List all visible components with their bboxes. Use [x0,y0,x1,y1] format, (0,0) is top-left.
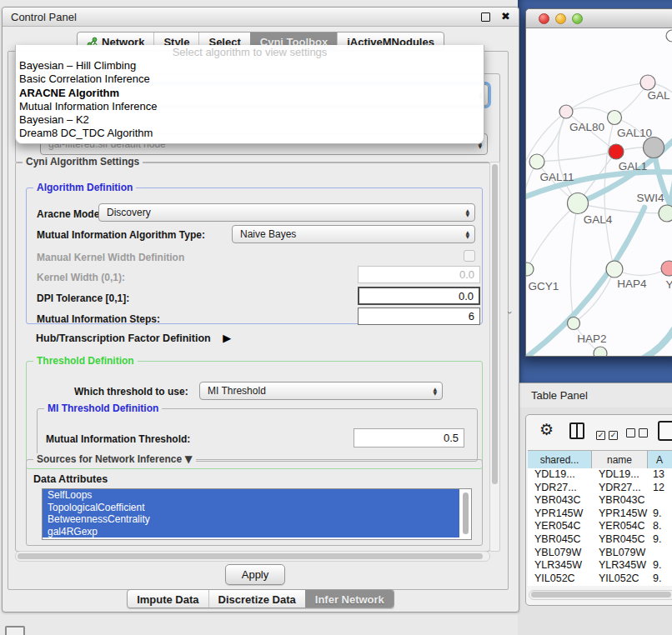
network-node-gray[interactable] [644,138,664,158]
mi-steps-label: Mutual Information Steps: [37,313,160,325]
table-row[interactable]: YBR043CYBR043C [528,494,672,508]
table-row[interactable]: YIL052CYIL052C9. [528,572,672,586]
network-node-gal11[interactable] [529,154,544,169]
attribute-item-betweennesscentrality[interactable]: BetweennessCentrality [43,513,459,526]
network-node-top_partial[interactable] [666,30,672,42]
network-canvas[interactable]: GALGAL80GAL10GAL1GAL11GAL4SWI4GCY1HAP4YH… [526,28,672,356]
minimize-traffic-light[interactable] [555,13,566,24]
network-node-y[interactable] [661,261,672,276]
node-label-hap4: HAP4 [617,278,647,290]
dpi-tolerance-field[interactable]: 0.0 [358,287,480,305]
hub-definition-toggle[interactable]: Hub/Transcription Factor Definition ▶ [36,330,231,345]
network-edge[interactable] [570,203,578,323]
attribute-item-selfloops[interactable]: SelfLoops [43,489,459,502]
cell: YBR045C [599,533,645,545]
column-header-shared[interactable]: shared... [528,451,592,468]
column-header-name[interactable]: name [592,451,648,468]
network-node-hap2[interactable] [568,318,580,330]
network-node-gal10[interactable] [608,111,622,125]
export-table-icon[interactable] [658,421,672,441]
close-icon[interactable]: ✖ [501,10,510,22]
mi-algorithm-type-value: Naive Bayes [240,228,296,240]
attributes-list-scrollbar[interactable] [463,492,469,534]
hub-definition-label: Hub/Transcription Factor Definition [36,332,211,344]
cell: YDL19... [599,468,639,480]
cell: YBR043C [534,494,581,506]
network-edge[interactable] [604,118,614,269]
table-row[interactable]: YDL19...YDL19...13 [528,468,672,482]
table-settings-gear-icon[interactable]: ⚙ [539,420,554,438]
attribute-item-gal4rgexp[interactable]: gal4RGexp [43,526,459,538]
data-attributes-list[interactable]: SelfLoopsTopologicalCoefficientBetweenne… [42,488,472,540]
apply-button[interactable]: Apply [225,564,285,585]
algorithm-option-dream8-dc-tdc-algorithm[interactable]: Dream8 DC_TDC Algorithm [16,127,484,140]
algorithm-option-basic-correlation-inference[interactable]: Basic Correlation Inference [16,72,484,86]
network-edge[interactable] [574,269,614,323]
network-node-gal4[interactable] [568,193,589,214]
table-panel-title: Table Panel [531,389,588,402]
kernel-width-field[interactable]: 0.0 [358,266,480,283]
aracne-mode-combo[interactable]: Discovery ▲▼ [98,203,475,222]
algorithm-option-bayesian-k2[interactable]: Bayesian – K2 [16,113,484,127]
table-row[interactable]: YBL079WYBL079W [528,547,672,560]
table-row[interactable]: YDR27...YDR27...12 [528,482,672,495]
network-edge[interactable] [566,82,648,112]
network-node-swi4[interactable] [659,205,672,222]
column-selector-icon[interactable] [569,422,584,439]
tab-label: Infer Network [315,593,384,606]
tab-discretize-data[interactable]: Discretize Data [208,590,305,608]
mi-algorithm-type-combo[interactable]: Naive Bayes ▲▼ [232,225,475,243]
control-panel-titlebar[interactable]: Control Panel ✖ [3,8,519,27]
network-node-gcy1[interactable] [526,262,534,276]
network-edge[interactable] [578,203,667,213]
network-edge[interactable] [527,203,578,269]
network-node-gal1[interactable] [609,144,624,159]
table-row[interactable]: YER054CYER054C8. [528,520,672,533]
network-node-gal80[interactable] [559,105,573,118]
cell: 9. [653,533,661,545]
cell: 12 [653,482,664,493]
tab-infer-network[interactable]: Infer Network [305,590,394,608]
algorithm-option-aracne-algorithm[interactable]: ARACNE Algorithm [16,87,484,100]
cell: YER054C [534,520,581,532]
table-horizontal-scrollbar[interactable] [529,590,672,600]
algorithm-option-bayesian-hill-climbing[interactable]: Bayesian – Hill Climbing [16,59,484,72]
table-row[interactable]: YBR045CYBR045C9. [528,533,672,547]
network-window-titlebar[interactable] [526,9,672,28]
node-label-y: Y [665,278,672,291]
attribute-item-topologicalcoefficient[interactable]: TopologicalCoefficient [43,502,459,514]
algorithm-option-mutual-information-inference[interactable]: Mutual Information Inference [16,100,484,113]
algorithm-dropdown-popup: Select algorithm to view settings Bayesi… [15,45,484,144]
mi-threshold-field[interactable]: 0.5 [354,428,464,448]
network-edge[interactable] [537,152,616,162]
network-edge[interactable] [631,319,672,356]
settings-horizontal-scrollbar[interactable] [15,551,490,562]
splitter-handle[interactable]: › [505,311,515,314]
column-header-a[interactable]: A [648,451,672,468]
cell: YPR145W [534,508,583,519]
mi-steps-field[interactable]: 6 [358,308,480,325]
table-row[interactable]: YLR345WYLR345W9. [528,559,672,572]
network-node-bottom[interactable] [594,347,607,356]
algorithm-definition-group: Algorithm Definition Aracne Mode: Discov… [26,188,483,324]
expand-right-arrow-icon[interactable]: ▶ [223,332,231,344]
collapse-down-arrow-icon[interactable]: ▼ [184,453,192,465]
cell: 8. [653,520,661,532]
select-all-checkboxes-icon[interactable]: ✓✓ [596,426,618,441]
settings-vertical-scrollbar[interactable] [489,162,500,552]
table-row[interactable]: YPR145WYPR145W9. [528,508,672,521]
deselect-all-checkboxes-icon[interactable] [626,426,648,441]
manual-kernel-width-checkbox[interactable] [464,250,475,262]
cell: YIL052C [599,572,639,584]
algorithm-popup-list: Bayesian – Hill ClimbingBasic Correlatio… [16,59,484,141]
tab-impute-data[interactable]: Impute Data [128,590,208,608]
network-node-hap4[interactable] [606,261,623,278]
mi-threshold-label: Mutual Information Threshold: [46,433,190,445]
zoom-traffic-light[interactable] [572,13,583,24]
float-window-icon[interactable] [481,12,490,22]
cell: 13 [653,468,664,480]
which-threshold-combo[interactable]: MI Threshold ▲▼ [199,382,443,400]
minimized-panel-icon[interactable] [5,626,25,635]
close-traffic-light[interactable] [539,13,549,24]
network-node-gal[interactable] [640,75,655,90]
